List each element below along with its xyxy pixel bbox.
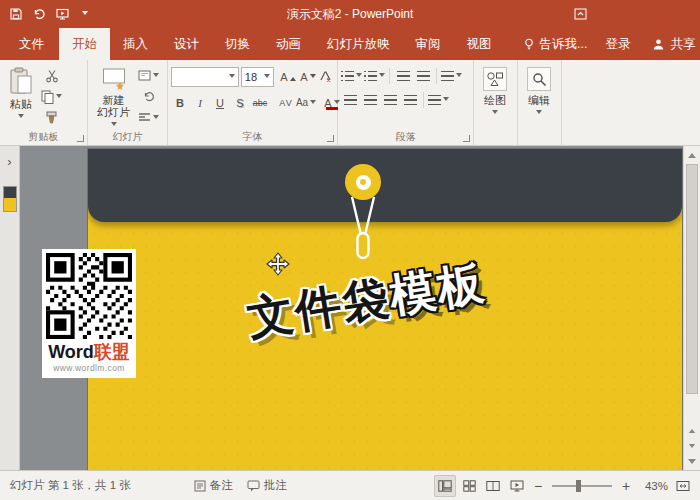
dropdown-caret-icon xyxy=(456,73,462,80)
line-spacing-button[interactable] xyxy=(441,67,462,84)
shrink-font-button[interactable]: A xyxy=(296,69,314,86)
italic-button[interactable]: I xyxy=(191,94,209,111)
person-icon xyxy=(652,38,665,51)
character-spacing-button[interactable]: AV xyxy=(277,94,295,111)
new-slide-button[interactable]: 新建 幻灯片 xyxy=(91,65,136,130)
clipboard-small-buttons xyxy=(41,65,62,130)
drawing-group-collapsed: 绘图 xyxy=(474,60,518,145)
clipboard-group: 粘贴 剪贴板 xyxy=(0,60,88,145)
align-right-button[interactable] xyxy=(381,91,399,108)
columns-button[interactable] xyxy=(428,91,449,108)
undo-icon[interactable] xyxy=(31,6,47,22)
zoom-out-button[interactable]: − xyxy=(530,478,546,494)
tab-design[interactable]: 设计 xyxy=(161,28,212,60)
next-slide-button[interactable] xyxy=(684,438,700,454)
underline-button[interactable]: U xyxy=(211,94,229,111)
dropdown-caret-icon xyxy=(492,110,498,117)
tab-view[interactable]: 视图 xyxy=(454,28,505,60)
watermark-brand: Word联盟 xyxy=(46,342,132,362)
tab-review[interactable]: 审阅 xyxy=(403,28,454,60)
cut-button[interactable] xyxy=(41,67,62,84)
increase-indent-button[interactable] xyxy=(414,67,432,84)
notes-button[interactable]: 备注 xyxy=(187,471,240,500)
statusbar: 幻灯片 第 1 张，共 1 张 备注 批注 xyxy=(0,470,700,500)
normal-view-button[interactable] xyxy=(434,475,456,497)
paste-button[interactable]: 粘贴 xyxy=(3,65,39,130)
grow-font-button[interactable]: A xyxy=(276,69,294,86)
vertical-scrollbar[interactable] xyxy=(683,146,700,470)
dropdown-caret-icon xyxy=(379,73,385,80)
copy-button[interactable] xyxy=(41,88,62,105)
slideshow-view-button[interactable] xyxy=(506,475,528,497)
clear-formatting-button[interactable] xyxy=(316,69,334,86)
bullets-button[interactable] xyxy=(341,67,362,84)
tab-transitions[interactable]: 切换 xyxy=(212,28,263,60)
strikethrough-button[interactable]: abc xyxy=(251,94,269,111)
zoom-slider[interactable] xyxy=(552,485,612,487)
align-center-button[interactable] xyxy=(361,91,379,108)
tab-file[interactable]: 文件 xyxy=(4,28,59,60)
ribbon-display-options-icon[interactable] xyxy=(573,7,588,21)
section-button[interactable] xyxy=(138,109,159,126)
sign-in-button[interactable]: 登录 xyxy=(595,28,640,60)
reset-button[interactable] xyxy=(138,88,159,105)
move-cursor xyxy=(266,252,290,276)
scroll-up-button[interactable] xyxy=(684,146,700,162)
layout-button[interactable] xyxy=(138,67,159,84)
scrollbar-thumb[interactable] xyxy=(686,164,698,394)
slide-sorter-view-button[interactable] xyxy=(458,475,480,497)
dropdown-caret-icon xyxy=(229,74,235,81)
dropdown-caret-icon xyxy=(443,97,449,104)
font-group: 18 A A B I U S xyxy=(168,60,338,145)
divider xyxy=(389,68,390,84)
justify-button[interactable] xyxy=(401,91,419,108)
format-painter-button[interactable] xyxy=(41,109,62,126)
tab-slideshow[interactable]: 幻灯片放映 xyxy=(314,28,403,60)
slides-group: 新建 幻灯片 幻灯片 xyxy=(88,60,168,145)
titlebar: 演示文稿2 - PowerPoint xyxy=(0,0,700,28)
font-dialog-launcher[interactable] xyxy=(327,135,334,142)
paragraph-dialog-launcher[interactable] xyxy=(463,135,470,142)
window-title: 演示文稿2 - PowerPoint xyxy=(0,6,700,23)
slide-editing-surface[interactable]: 文件袋模板 xyxy=(88,149,682,470)
decrease-indent-button[interactable] xyxy=(394,67,412,84)
tab-insert[interactable]: 插入 xyxy=(110,28,161,60)
zoom-level[interactable]: 43% xyxy=(636,480,670,492)
numbering-button[interactable] xyxy=(364,67,385,84)
save-icon[interactable] xyxy=(8,6,24,22)
tell-me-button[interactable]: 告诉我... xyxy=(515,28,596,60)
customize-quick-access-icon[interactable] xyxy=(77,6,93,22)
lightbulb-icon xyxy=(523,38,535,51)
drawing-button[interactable]: 绘图 xyxy=(477,65,513,130)
expand-thumbnails-button[interactable]: › xyxy=(0,146,19,169)
statusbar-right: − + 43% xyxy=(434,475,694,497)
ribbon-home: 粘贴 剪贴板 xyxy=(0,60,700,146)
dropdown-caret-icon xyxy=(153,73,159,80)
tab-home[interactable]: 开始 xyxy=(59,28,110,60)
editing-button[interactable]: 编辑 xyxy=(521,65,557,130)
align-left-button[interactable] xyxy=(341,91,359,108)
reading-view-button[interactable] xyxy=(482,475,504,497)
text-shadow-button[interactable]: S xyxy=(231,94,249,111)
font-name-combobox[interactable] xyxy=(171,67,239,87)
previous-slide-button[interactable] xyxy=(684,422,700,438)
zoom-slider-handle[interactable] xyxy=(576,480,581,492)
paste-clipboard-icon xyxy=(9,67,33,95)
clipboard-dialog-launcher[interactable] xyxy=(77,135,84,142)
slide-1-thumbnail[interactable] xyxy=(3,186,17,212)
zoom-in-button[interactable]: + xyxy=(618,478,634,494)
font-size-combobox[interactable]: 18 xyxy=(241,67,274,87)
qr-code xyxy=(46,253,132,339)
change-case-button[interactable]: Aa xyxy=(297,94,315,111)
share-button[interactable]: 共享 xyxy=(640,28,700,60)
scroll-down-button[interactable] xyxy=(684,454,700,470)
comments-button[interactable]: 批注 xyxy=(240,471,294,500)
dropdown-caret-icon xyxy=(153,115,159,122)
dropdown-caret-icon xyxy=(56,94,62,101)
bold-button[interactable]: B xyxy=(171,94,189,111)
watermark-url: www.wordlm.com xyxy=(46,363,132,373)
fit-to-window-button[interactable] xyxy=(672,475,694,497)
start-slideshow-icon[interactable] xyxy=(54,6,70,22)
tab-animations[interactable]: 动画 xyxy=(263,28,314,60)
envelope-string-graphic xyxy=(338,195,388,261)
